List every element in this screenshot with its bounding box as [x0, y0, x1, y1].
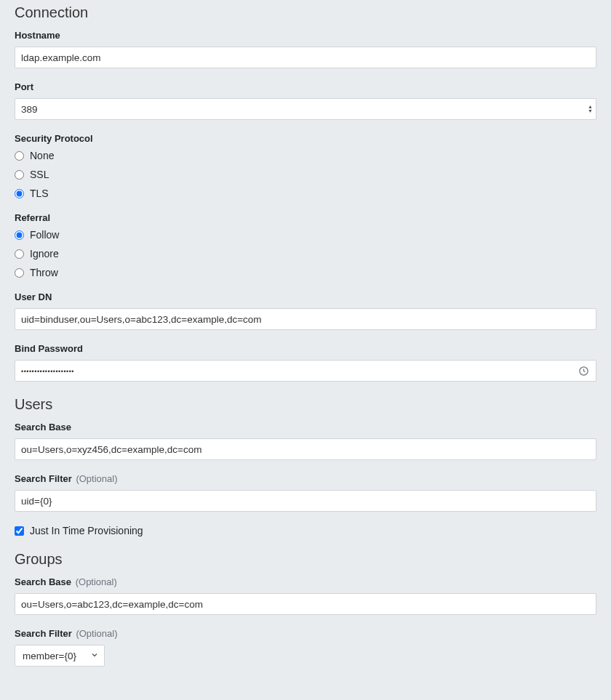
field-bind-password: Bind Password ••••••••••••••••••••	[15, 343, 596, 382]
radio-ignore[interactable]	[15, 249, 24, 259]
radio-tls[interactable]	[15, 189, 24, 198]
user-dn-input[interactable]	[15, 308, 596, 330]
port-input[interactable]	[15, 98, 596, 120]
referral-label: Referral	[15, 212, 596, 223]
radio-item-throw[interactable]: Throw	[15, 267, 596, 278]
field-referral: Referral Follow Ignore Throw	[15, 212, 596, 278]
field-users-search-filter: Search Filter (Optional)	[15, 473, 596, 512]
section-title-connection: Connection	[15, 4, 596, 21]
groups-search-base-label: Search Base (Optional)	[15, 576, 596, 587]
optional-tag: (Optional)	[76, 628, 117, 639]
radio-item-ssl[interactable]: SSL	[15, 169, 596, 180]
users-search-base-input[interactable]	[15, 438, 596, 460]
radio-throw[interactable]	[15, 268, 24, 278]
bind-password-label: Bind Password	[15, 343, 596, 354]
users-search-base-label: Search Base	[15, 422, 596, 433]
password-manager-icon	[578, 365, 589, 377]
jit-label: Just In Time Provisioning	[30, 525, 143, 536]
radio-none-label: None	[30, 150, 54, 161]
field-groups-search-filter: Search Filter (Optional) member={0}	[15, 628, 596, 667]
port-label: Port	[15, 81, 596, 92]
user-dn-label: User DN	[15, 291, 596, 302]
field-user-dn: User DN	[15, 291, 596, 330]
hostname-input[interactable]	[15, 47, 596, 68]
users-search-filter-input[interactable]	[15, 490, 596, 512]
section-title-users: Users	[15, 396, 596, 413]
radio-item-tls[interactable]: TLS	[15, 188, 596, 199]
jit-checkbox-item[interactable]: Just In Time Provisioning	[15, 525, 596, 536]
section-title-groups: Groups	[15, 551, 596, 568]
field-users-search-base: Search Base	[15, 422, 596, 460]
radio-ssl[interactable]	[15, 170, 24, 180]
bind-password-input[interactable]: ••••••••••••••••••••	[15, 360, 596, 382]
radio-none[interactable]	[15, 151, 24, 161]
radio-ssl-label: SSL	[30, 169, 49, 180]
radio-item-ignore[interactable]: Ignore	[15, 248, 596, 260]
radio-follow[interactable]	[15, 230, 24, 240]
jit-checkbox[interactable]	[15, 526, 24, 536]
radio-item-none[interactable]: None	[15, 150, 596, 161]
radio-tls-label: TLS	[30, 188, 49, 199]
users-search-filter-label: Search Filter (Optional)	[15, 473, 596, 484]
field-security-protocol: Security Protocol None SSL TLS	[15, 133, 596, 199]
field-groups-search-base: Search Base (Optional)	[15, 576, 596, 615]
radio-follow-label: Follow	[30, 229, 59, 241]
optional-tag: (Optional)	[76, 576, 117, 587]
bind-password-mask: ••••••••••••••••••••	[15, 361, 596, 382]
radio-item-follow[interactable]: Follow	[15, 229, 596, 241]
radio-throw-label: Throw	[30, 267, 58, 278]
field-port: Port ▲▼	[15, 81, 596, 120]
optional-tag: (Optional)	[76, 473, 117, 484]
security-protocol-label: Security Protocol	[15, 133, 596, 144]
radio-ignore-label: Ignore	[30, 248, 59, 260]
groups-search-base-input[interactable]	[15, 593, 596, 615]
groups-search-filter-select[interactable]: member={0}	[15, 645, 105, 667]
field-hostname: Hostname	[15, 30, 596, 68]
hostname-label: Hostname	[15, 30, 596, 41]
groups-search-filter-label: Search Filter (Optional)	[15, 628, 596, 639]
